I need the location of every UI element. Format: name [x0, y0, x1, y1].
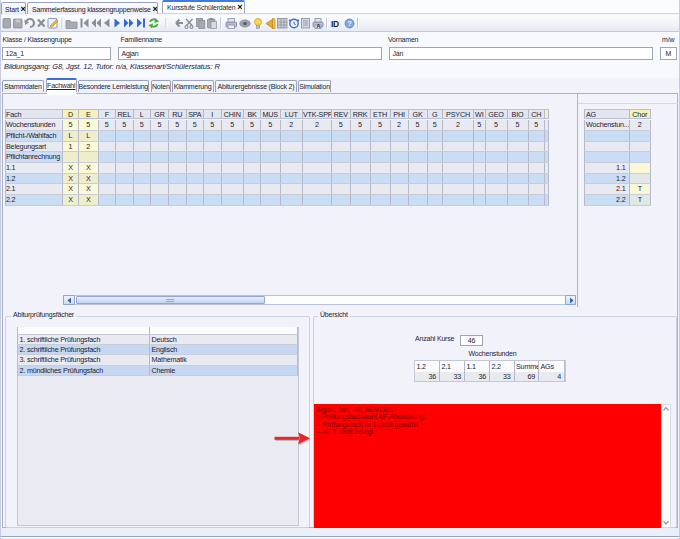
svg-text:ID: ID — [331, 19, 339, 29]
svg-text:?: ? — [347, 19, 352, 28]
